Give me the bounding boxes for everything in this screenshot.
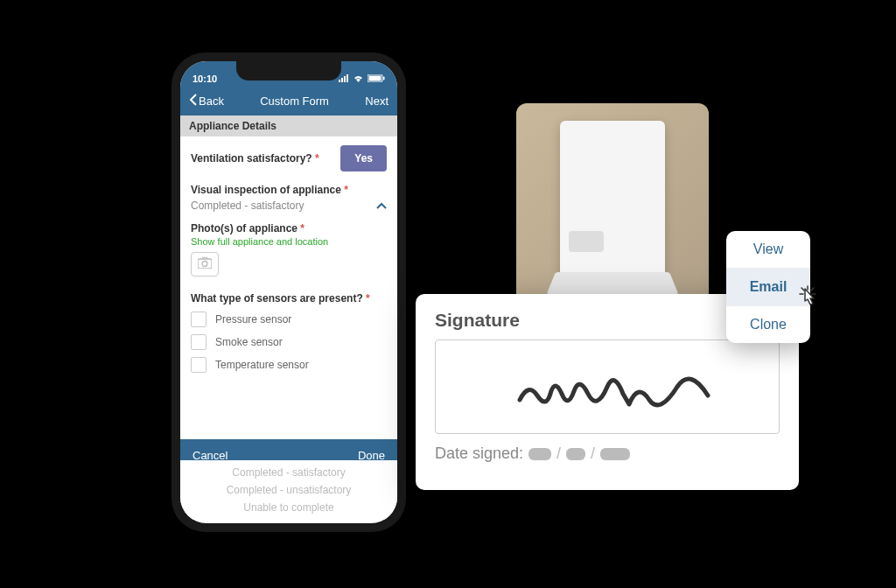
sensor-option-temperature[interactable]: Temperature sensor [191,357,387,373]
appliance-photo [516,103,709,310]
checkbox-icon [191,312,206,327]
phone-screen: 10:10 Back Custom Form Ne [180,61,397,523]
dropdown-selected: Completed - satisfactory [191,200,304,212]
visual-inspection-dropdown[interactable]: Completed - satisfactory [191,200,387,212]
chevron-left-icon [189,94,197,108]
phone-frame: 10:10 Back Custom Form Ne [172,52,406,532]
next-button[interactable]: Next [365,94,388,108]
boiler-illustration [560,121,665,278]
ventilation-label: Ventilation satisfactory? * [191,152,319,164]
back-label: Back [199,94,224,108]
ventilation-yes-button[interactable]: Yes [340,145,387,172]
date-signed-label: Date signed: [435,444,523,463]
dropdown-picker[interactable]: Completed - satisfactory Completed - uns… [180,460,397,520]
status-time: 10:10 [192,74,217,84]
svg-rect-3 [346,74,348,82]
date-placeholder [566,448,585,460]
sensor-label: Temperature sensor [215,359,309,371]
checkbox-icon [191,334,206,350]
menu-view[interactable]: View [726,231,810,269]
svg-rect-0 [339,80,340,82]
checkbox-icon [191,357,206,373]
visual-inspection-label: Visual inspection of appliance * [191,184,348,196]
section-header: Appliance Details [180,116,397,136]
field-ventilation: Ventilation satisfactory? * Yes [191,145,387,172]
svg-point-8 [202,262,207,267]
photos-label: Photo(s) of appliance * [191,222,304,234]
wifi-icon [353,74,364,84]
field-visual-inspection: Visual inspection of appliance * Complet… [191,184,387,212]
sensor-option-smoke[interactable]: Smoke sensor [191,334,387,350]
date-placeholder [528,448,551,460]
chevron-up-icon [376,200,387,212]
photos-hint: Show full appliance and location [191,236,387,247]
svg-rect-1 [341,78,343,82]
battery-icon [368,74,385,84]
sensors-label: What type of sensors are present? * [191,292,370,304]
sensor-label: Smoke sensor [215,336,283,348]
field-sensors: What type of sensors are present? * Pres… [191,292,387,373]
date-signed-row: Date signed: / / [435,444,780,463]
nav-bar: Back Custom Form Next [180,86,397,116]
svg-rect-7 [198,259,212,269]
signature-input[interactable] [435,340,780,434]
date-placeholder [600,448,630,460]
phone-notch [236,61,341,80]
signal-icon [339,74,349,84]
picker-option[interactable]: Completed - satisfactory [180,464,397,481]
camera-icon [198,257,212,271]
picker-option[interactable]: Unable to complete [180,499,397,516]
cursor-pointer-icon [798,285,822,318]
picker-option[interactable]: Completed - unsatisfactory [180,481,397,499]
camera-button[interactable] [191,252,219,276]
form-body: Ventilation satisfactory? * Yes Visual i… [180,136,397,388]
sensor-option-pressure[interactable]: Pressure sensor [191,312,387,327]
field-photos: Photo(s) of appliance * Show full applia… [191,222,387,276]
svg-rect-2 [344,76,346,82]
nav-title: Custom Form [260,94,329,108]
status-indicators [339,74,385,84]
svg-rect-5 [369,76,382,81]
sensor-label: Pressure sensor [215,313,291,326]
back-button[interactable]: Back [189,94,224,108]
signature-stroke [502,352,712,422]
svg-rect-6 [383,77,385,80]
